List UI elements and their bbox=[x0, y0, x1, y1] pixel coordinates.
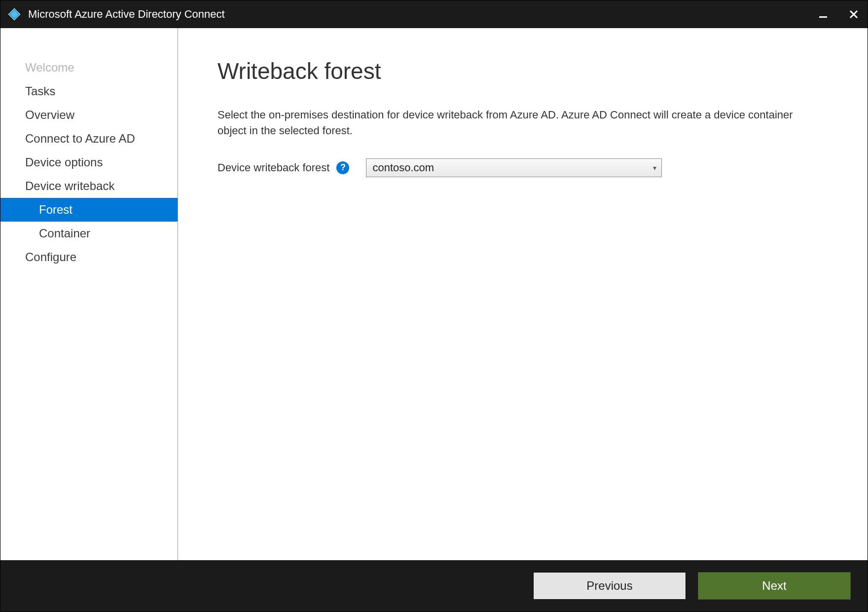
forest-dropdown[interactable]: contoso.com ▾ bbox=[366, 158, 662, 177]
sidebar-item-device-options[interactable]: Device options bbox=[0, 151, 178, 174]
sidebar-item-device-writeback[interactable]: Device writeback bbox=[0, 174, 178, 198]
forest-field-label: Device writeback forest bbox=[217, 161, 329, 174]
sidebar-item-forest[interactable]: Forest bbox=[0, 198, 178, 222]
app-title: Microsoft Azure Active Directory Connect bbox=[28, 8, 816, 21]
forest-form-row: Device writeback forest ? contoso.com ▾ bbox=[217, 158, 838, 177]
page-description: Select the on-premises destination for d… bbox=[217, 107, 809, 139]
previous-button[interactable]: Previous bbox=[533, 572, 686, 600]
content-pane: Writeback forest Select the on-premises … bbox=[178, 28, 868, 560]
sidebar-item-welcome: Welcome bbox=[0, 56, 178, 79]
azure-ad-connect-icon bbox=[7, 7, 21, 21]
body-area: Welcome Tasks Overview Connect to Azure … bbox=[0, 28, 868, 560]
titlebar: Microsoft Azure Active Directory Connect bbox=[0, 0, 868, 28]
page-title: Writeback forest bbox=[217, 58, 838, 84]
window-controls bbox=[816, 7, 861, 21]
app-window: Microsoft Azure Active Directory Connect… bbox=[0, 0, 868, 612]
sidebar-item-tasks[interactable]: Tasks bbox=[0, 79, 178, 103]
sidebar-item-connect-azure-ad[interactable]: Connect to Azure AD bbox=[0, 127, 178, 151]
minimize-button[interactable] bbox=[816, 7, 830, 21]
footer: Previous Next bbox=[0, 560, 868, 612]
help-icon[interactable]: ? bbox=[336, 161, 349, 174]
forest-dropdown-value: contoso.com bbox=[372, 161, 434, 174]
sidebar-item-container[interactable]: Container bbox=[0, 222, 178, 245]
next-button[interactable]: Next bbox=[698, 572, 851, 600]
sidebar: Welcome Tasks Overview Connect to Azure … bbox=[0, 28, 178, 560]
svg-rect-3 bbox=[819, 16, 827, 18]
chevron-down-icon: ▾ bbox=[653, 164, 656, 172]
sidebar-item-configure[interactable]: Configure bbox=[0, 245, 178, 269]
close-button[interactable] bbox=[847, 7, 861, 21]
sidebar-item-overview[interactable]: Overview bbox=[0, 103, 178, 127]
